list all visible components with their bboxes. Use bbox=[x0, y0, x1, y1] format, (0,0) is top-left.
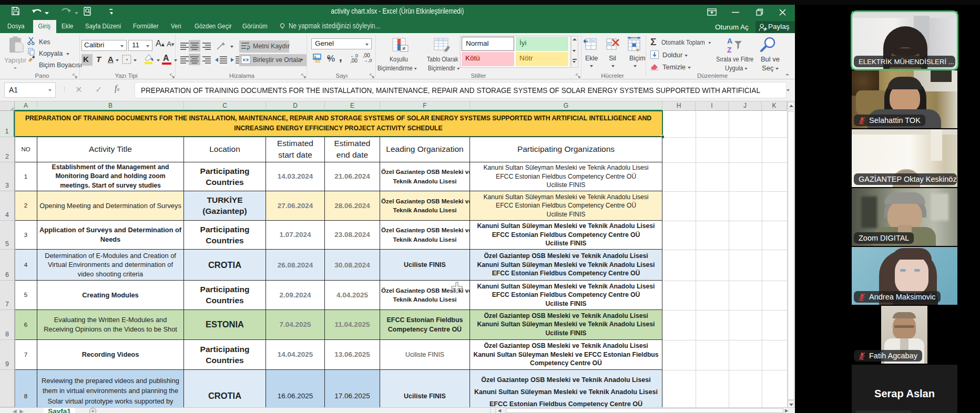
svg-text:Z: Z bbox=[727, 46, 732, 54]
svg-text:A: A bbox=[727, 37, 732, 45]
svg-text:≠: ≠ bbox=[402, 45, 405, 51]
